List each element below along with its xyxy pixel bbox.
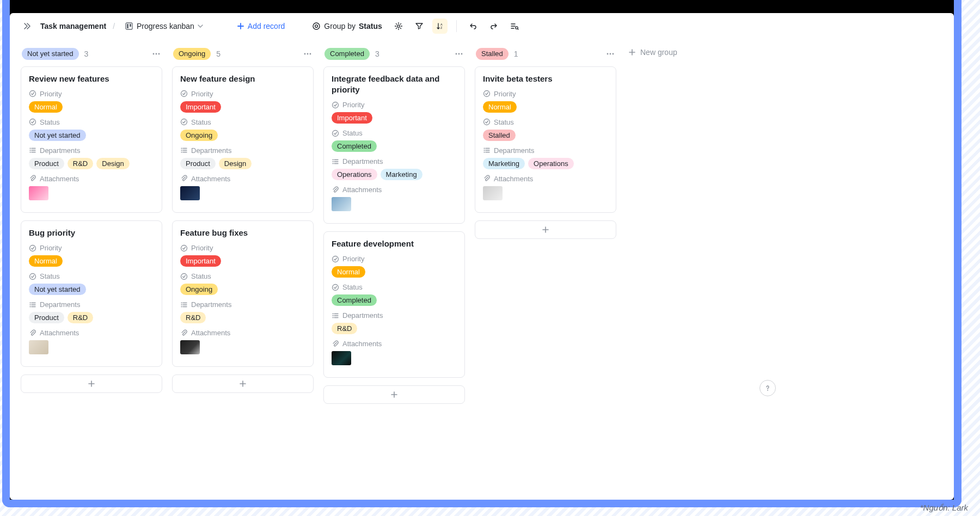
- attachment-thumb[interactable]: [180, 340, 200, 354]
- sort-button[interactable]: AZ: [432, 19, 448, 34]
- paperclip-icon: [483, 175, 491, 182]
- svg-point-31: [610, 53, 611, 54]
- attachments-label: Attachments: [332, 186, 457, 194]
- settings-button[interactable]: [391, 19, 406, 34]
- status-label: Status: [29, 118, 154, 126]
- status-pill: Not yet started: [29, 130, 86, 141]
- column-status-chip[interactable]: Ongoing: [173, 48, 211, 60]
- column-count: 3: [84, 50, 89, 58]
- kanban-card[interactable]: Feature developmentPriorityNormalStatusC…: [323, 231, 465, 378]
- priority-pill: Important: [180, 101, 221, 113]
- column-count: 1: [514, 50, 518, 58]
- status-pill: Ongoing: [180, 130, 218, 141]
- svg-point-13: [30, 119, 36, 125]
- add-record-button[interactable]: Add record: [234, 20, 288, 33]
- check-circle-icon: [29, 90, 36, 97]
- group-field: Status: [359, 22, 382, 30]
- svg-point-24: [458, 53, 460, 54]
- department-pill: Product: [29, 312, 64, 323]
- column-count: 3: [375, 50, 379, 58]
- add-card-button[interactable]: [21, 374, 162, 393]
- attachment-thumb[interactable]: [29, 340, 48, 354]
- attachment-thumb[interactable]: [29, 186, 48, 200]
- svg-point-5: [397, 24, 400, 27]
- attachment-thumb[interactable]: [180, 186, 200, 200]
- column-more-button[interactable]: [454, 49, 464, 59]
- more-icon: [605, 49, 615, 59]
- column-more-button[interactable]: [151, 49, 161, 59]
- svg-point-12: [30, 91, 36, 97]
- check-circle-icon: [180, 244, 188, 252]
- departments-label: Departments: [332, 311, 457, 320]
- svg-point-34: [484, 119, 490, 125]
- kanban-board: Not yet started3Review new featuresPrior…: [10, 39, 786, 406]
- help-button[interactable]: [759, 380, 776, 396]
- svg-point-32: [612, 53, 614, 54]
- column-header: Stalled1: [475, 46, 616, 66]
- check-circle-icon: [180, 273, 188, 280]
- department-pill: R&D: [68, 312, 93, 323]
- top-black-bar: [10, 0, 954, 13]
- svg-point-3: [313, 23, 320, 29]
- new-group-button[interactable]: New group: [626, 46, 768, 57]
- attachment-thumb[interactable]: [483, 186, 503, 200]
- status-label: Status: [29, 272, 154, 280]
- card-title: Feature bug fixes: [180, 228, 305, 238]
- group-by-button[interactable]: Group by Status: [309, 20, 385, 33]
- svg-rect-2: [130, 24, 131, 27]
- svg-point-17: [307, 53, 309, 54]
- kanban-card[interactable]: Invite beta testersPriorityNormalStatusS…: [475, 66, 616, 213]
- kanban-card[interactable]: Bug priorityPriorityNormalStatusNot yet …: [21, 220, 162, 367]
- department-pill: Marketing: [381, 169, 422, 180]
- breadcrumb-sep: /: [112, 22, 116, 30]
- svg-point-25: [461, 53, 463, 54]
- collapse-sidebar-button[interactable]: [20, 20, 35, 33]
- paperclip-icon: [180, 175, 188, 182]
- column-status-chip[interactable]: Stalled: [476, 48, 509, 60]
- view-selector[interactable]: Progress kanban: [121, 20, 206, 33]
- svg-point-22: [181, 273, 187, 279]
- attachment-thumb[interactable]: [332, 351, 351, 365]
- add-card-button[interactable]: [323, 385, 465, 404]
- new-group-label: New group: [640, 48, 677, 57]
- svg-rect-1: [127, 24, 128, 28]
- check-circle-icon: [483, 118, 491, 126]
- add-card-button[interactable]: [172, 374, 314, 393]
- help-icon: [764, 384, 771, 392]
- kanban-card[interactable]: Review new featuresPriorityNormalStatusN…: [21, 66, 162, 213]
- svg-point-29: [333, 284, 339, 290]
- kanban-card[interactable]: Feature bug fixesPriorityImportantStatus…: [172, 220, 314, 367]
- check-circle-icon: [29, 118, 36, 126]
- column-status-chip[interactable]: Completed: [324, 48, 370, 60]
- search-rows-button[interactable]: [507, 19, 522, 34]
- list-icon: [180, 146, 188, 154]
- svg-point-26: [333, 102, 339, 108]
- svg-point-23: [456, 53, 457, 54]
- svg-point-27: [333, 130, 339, 136]
- priority-pill: Normal: [29, 101, 63, 113]
- attachments-label: Attachments: [180, 329, 305, 337]
- undo-button[interactable]: [465, 19, 481, 34]
- filter-button[interactable]: [412, 19, 427, 34]
- kanban-card[interactable]: New feature designPriorityImportantStatu…: [172, 66, 314, 213]
- check-circle-icon: [180, 90, 188, 97]
- chevrons-right-icon: [23, 22, 32, 30]
- undo-icon: [469, 22, 477, 30]
- new-group-column: New group: [626, 46, 768, 57]
- attachment-thumb[interactable]: [332, 197, 351, 211]
- kanban-card[interactable]: Integrate feedback data and priorityPrio…: [323, 66, 465, 224]
- column-more-button[interactable]: [605, 49, 615, 59]
- priority-label: Priority: [180, 90, 305, 98]
- department-pill: Marketing: [483, 158, 525, 169]
- redo-button[interactable]: [486, 19, 501, 34]
- card-title: Bug priority: [29, 228, 154, 238]
- breadcrumb-root[interactable]: Task management: [40, 22, 106, 30]
- priority-pill: Normal: [29, 255, 63, 267]
- add-card-button[interactable]: [475, 220, 616, 239]
- column-status-chip[interactable]: Not yet started: [22, 48, 79, 60]
- more-icon: [151, 49, 161, 59]
- card-title: Integrate feedback data and priority: [332, 73, 457, 96]
- paperclip-icon: [29, 175, 36, 182]
- column-more-button[interactable]: [303, 49, 313, 59]
- priority-pill: Important: [180, 255, 221, 267]
